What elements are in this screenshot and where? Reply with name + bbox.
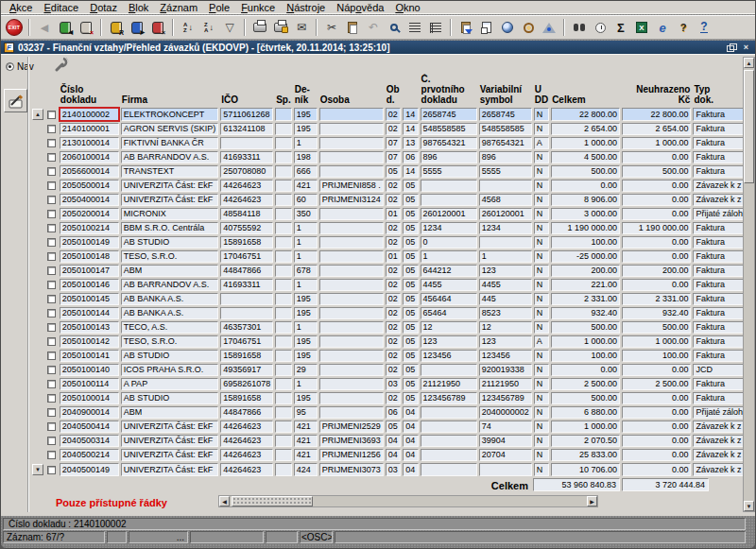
cell-cislo-dokladu[interactable]: 2060100014: [60, 151, 119, 163]
cell-typ-dok[interactable]: Přijaté záloh: [693, 208, 746, 220]
cell-sp[interactable]: [275, 151, 292, 163]
cell-neuhrazeno-kc[interactable]: 0.00: [622, 250, 691, 263]
cell-c-prvotniho-dokladu[interactable]: [421, 406, 477, 419]
cell-u-dd[interactable]: N: [534, 279, 549, 291]
cancel-query-icon[interactable]: ×: [148, 18, 167, 37]
cell-ico[interactable]: 44264623: [220, 449, 273, 461]
cell-u-dd[interactable]: N: [534, 406, 549, 419]
cell-osoba[interactable]: PRIJMENI3073: [319, 463, 384, 476]
execute-query-icon[interactable]: ▶: [128, 18, 146, 37]
cell-neuhrazeno-kc[interactable]: 2 654.00: [622, 123, 691, 135]
restore-window-button[interactable]: [725, 43, 737, 53]
cell-obdobi-1[interactable]: 02: [386, 265, 401, 277]
cell-celkem[interactable]: 2 500.00: [551, 378, 620, 390]
cell-ico[interactable]: 41693311: [220, 279, 273, 291]
cell-denik[interactable]: 195: [294, 350, 318, 362]
cell-cislo-dokladu[interactable]: 2050200014: [60, 208, 119, 220]
cell-u-dd[interactable]: N: [534, 392, 549, 404]
cell-obdobi-1[interactable]: 04: [386, 435, 401, 447]
cell-sp[interactable]: [275, 180, 292, 192]
cell-variabilni-symbol[interactable]: 1: [479, 250, 532, 263]
cell-osoba[interactable]: [319, 279, 384, 291]
cell-sp[interactable]: [275, 350, 292, 362]
cell-u-dd[interactable]: N: [534, 435, 549, 447]
cell-denik[interactable]: 95: [294, 406, 318, 419]
cell-celkem[interactable]: 3 000.00: [551, 208, 620, 220]
cell-obdobi-2[interactable]: 13: [403, 137, 418, 149]
cell-ico[interactable]: 17046751: [220, 250, 273, 263]
cell-denik[interactable]: 29: [294, 364, 318, 376]
cell-neuhrazeno-kc[interactable]: 0.00: [622, 151, 691, 163]
cell-neuhrazeno-kc[interactable]: 0.00: [622, 364, 691, 376]
cell-typ-dok[interactable]: Faktura: [693, 307, 746, 319]
row-checkbox[interactable]: [47, 167, 56, 176]
cell-osoba[interactable]: PRIJMENI1256: [319, 449, 384, 461]
cell-neuhrazeno-kc[interactable]: 0.00: [622, 279, 691, 291]
cell-u-dd[interactable]: N: [534, 321, 549, 334]
cell-osoba[interactable]: [319, 364, 384, 376]
cell-neuhrazeno-kc[interactable]: 2 331.00: [622, 293, 691, 305]
cell-cislo-dokladu[interactable]: 2050100014: [60, 392, 119, 404]
cell-variabilni-symbol[interactable]: 987654321: [479, 137, 532, 149]
cell-typ-dok[interactable]: JCD: [693, 364, 746, 376]
row-checkbox[interactable]: [47, 408, 56, 417]
cell-firma[interactable]: AB STUDIO: [121, 350, 218, 362]
cell-celkem[interactable]: 500.00: [551, 392, 620, 404]
cell-sp[interactable]: [275, 420, 292, 433]
row-checkbox[interactable]: [47, 224, 56, 232]
cell-ico[interactable]: 44264623: [220, 463, 273, 476]
cell-cislo-dokladu[interactable]: 2050100142: [60, 335, 119, 348]
cell-celkem[interactable]: 932.40: [551, 307, 620, 319]
help-icon[interactable]: ?: [695, 18, 713, 37]
cell-ico[interactable]: [220, 137, 273, 149]
cell-denik[interactable]: 1: [294, 321, 318, 334]
cell-typ-dok[interactable]: Faktura: [693, 350, 746, 362]
cell-ico[interactable]: 44847866: [220, 406, 273, 419]
cell-cislo-dokladu[interactable]: 2050400014: [60, 194, 119, 206]
cell-c-prvotniho-dokladu[interactable]: 0: [421, 236, 477, 249]
cell-ico[interactable]: 15891658: [220, 236, 273, 249]
filter-icon[interactable]: ▽: [220, 18, 239, 37]
cell-osoba[interactable]: [319, 137, 384, 149]
row-checkbox[interactable]: [47, 323, 56, 332]
cell-c-prvotniho-dokladu[interactable]: [421, 180, 477, 192]
cell-c-prvotniho-dokladu[interactable]: 123: [421, 335, 477, 348]
cell-denik[interactable]: 424: [294, 463, 318, 476]
cell-osoba[interactable]: [319, 392, 384, 404]
cell-celkem[interactable]: -25 000.00: [551, 250, 620, 263]
cell-denik[interactable]: 350: [294, 208, 318, 220]
cell-firma[interactable]: AB BARRANDOV A.S.: [121, 151, 218, 163]
menu-nastroje[interactable]: Nástroje: [281, 2, 331, 13]
cell-c-prvotniho-dokladu[interactable]: 548558585: [421, 123, 477, 135]
cell-obdobi-2[interactable]: 04: [403, 420, 418, 433]
cell-denik[interactable]: 421: [294, 435, 318, 447]
cell-c-prvotniho-dokladu[interactable]: [421, 463, 477, 476]
cell-sp[interactable]: [275, 406, 292, 419]
ship-wheel-icon[interactable]: [519, 18, 538, 37]
cell-obdobi-1[interactable]: 02: [386, 335, 401, 348]
cell-celkem[interactable]: 2 654.00: [551, 123, 620, 135]
cell-typ-dok[interactable]: Faktura: [693, 151, 746, 163]
cell-variabilni-symbol[interactable]: 920019338: [479, 364, 532, 376]
cell-cislo-dokladu[interactable]: 2056600014: [60, 165, 119, 178]
cell-ico[interactable]: 15891658: [220, 350, 273, 362]
cell-obdobi-1[interactable]: 04: [386, 449, 401, 461]
scroll-right-icon[interactable]: ▶: [587, 496, 597, 506]
cell-obdobi-2[interactable]: 05: [403, 378, 418, 390]
cell-denik[interactable]: 198: [294, 151, 318, 163]
cell-u-dd[interactable]: N: [534, 151, 549, 163]
cell-variabilni-symbol[interactable]: 123: [479, 265, 532, 277]
cell-variabilni-symbol[interactable]: 548558585: [479, 123, 532, 135]
cell-firma[interactable]: A PAP: [121, 378, 218, 390]
cell-osoba[interactable]: [319, 265, 384, 277]
cell-obdobi-2[interactable]: 05: [403, 279, 418, 291]
cell-firma[interactable]: UNIVERZITA Část: EkF: [121, 420, 218, 433]
cell-obdobi-2[interactable]: 05: [403, 236, 418, 249]
cell-sp[interactable]: [275, 165, 292, 178]
cell-firma[interactable]: AB BANKA A.S.: [121, 293, 218, 305]
cell-firma[interactable]: TESO, S.R.O.: [121, 250, 218, 263]
row-checkbox[interactable]: [47, 352, 56, 360]
cell-sp[interactable]: [275, 250, 292, 263]
cell-c-prvotniho-dokladu[interactable]: 2658745: [421, 108, 477, 121]
cell-firma[interactable]: UNIVERZITA Část: EkF: [121, 463, 218, 476]
